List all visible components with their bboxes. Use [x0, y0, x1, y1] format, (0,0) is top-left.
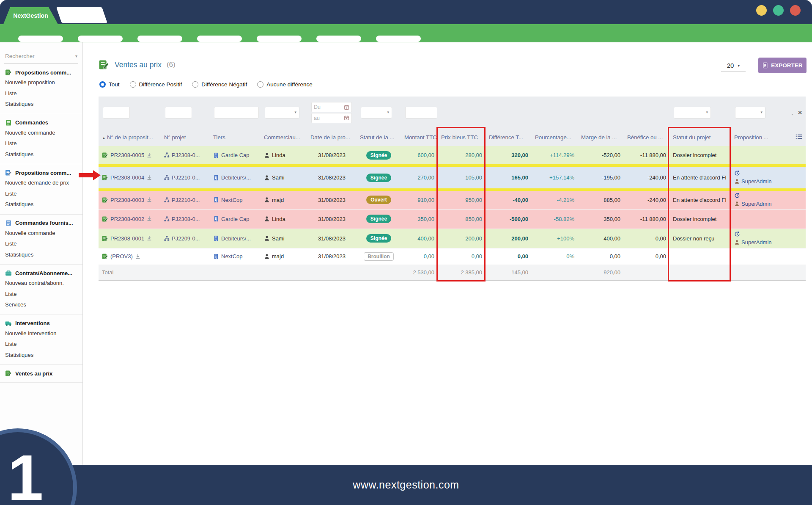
tiers-link[interactable]: NextCop [221, 253, 243, 259]
download-icon[interactable] [146, 216, 152, 222]
filter-select-commercial[interactable]: ▾ [265, 107, 299, 119]
window-dot-red[interactable] [790, 5, 801, 16]
nav-pill[interactable] [137, 36, 182, 42]
filter-input-num[interactable] [103, 107, 130, 119]
table-row[interactable]: PR2308-0004PJ2210-0...Debiteurs/...Sami3… [99, 166, 806, 190]
sidebar-section-header-5[interactable]: Interventions [0, 319, 82, 328]
nav-pill[interactable] [197, 36, 242, 42]
sidebar-item[interactable]: Statistiques [0, 99, 82, 110]
table-row[interactable]: PR2308-0002PJ2308-0...Gardie CapLinda31/… [99, 209, 806, 229]
table-row[interactable]: PR2308-0005PJ2308-0...Gardie CapLinda31/… [99, 146, 806, 166]
radio-unselected-icon[interactable] [130, 81, 136, 88]
nav-pill[interactable] [316, 36, 361, 42]
user-link[interactable]: SuperAdmin [741, 200, 772, 207]
proposition-number-link[interactable]: PR2308-0004 [110, 174, 144, 181]
history-icon[interactable] [734, 170, 740, 176]
filter-input-tiers[interactable] [214, 107, 259, 119]
column-header-date[interactable]: Date de la pro... [307, 129, 357, 146]
proposition-number-link[interactable]: (PROV3) [110, 253, 133, 259]
download-icon[interactable] [146, 152, 152, 158]
sidebar-section-header-0[interactable]: Propositions comm... [0, 68, 82, 77]
sidebar-item[interactable]: Liste [0, 289, 82, 300]
secondary-tab[interactable] [56, 7, 107, 23]
filter-select-proposition[interactable]: ▾ [735, 107, 765, 119]
export-button[interactable]: EXPORTER [758, 58, 807, 73]
search-icon[interactable] [792, 108, 793, 116]
sidebar-item[interactable]: Statistiques [0, 350, 82, 361]
radio-option-2[interactable]: Différence Négatif [192, 81, 247, 88]
history-icon[interactable] [734, 193, 740, 199]
proposition-number-link[interactable]: PR2308-0002 [110, 216, 144, 222]
apply-filter-search[interactable] [792, 108, 793, 117]
column-header-statut_projet[interactable]: Statut du projet [669, 129, 731, 146]
radio-option-0[interactable]: Tout [99, 81, 120, 88]
close-icon[interactable]: × [798, 110, 802, 116]
sidebar-item[interactable]: Nouvelle commande [0, 228, 82, 239]
history-button[interactable] [734, 170, 788, 178]
filter-input-montant[interactable] [405, 107, 437, 119]
download-icon[interactable] [146, 235, 152, 241]
user-link[interactable]: SuperAdmin [741, 239, 772, 246]
sidebar-item[interactable]: Statistiques [0, 199, 82, 210]
tiers-link[interactable]: Gardie Cap [221, 216, 249, 222]
sidebar-item[interactable]: Services [0, 299, 82, 310]
listicon-icon[interactable] [796, 133, 802, 140]
sidebar-section-header-2[interactable]: Propositions comm... [0, 168, 82, 177]
tiers-link[interactable]: Gardie Cap [221, 152, 249, 158]
window-dot-green[interactable] [773, 5, 784, 16]
table-row[interactable]: PR2308-0003PJ2210-0...NextCopmajd31/08/2… [99, 190, 806, 209]
history-button[interactable] [734, 231, 788, 239]
sidebar-item[interactable]: Statistiques [0, 149, 82, 160]
download-icon[interactable] [146, 197, 152, 203]
history-button[interactable] [734, 193, 788, 200]
radio-selected-icon[interactable] [99, 81, 106, 88]
sidebar-item[interactable]: Liste [0, 339, 82, 350]
project-link[interactable]: PJ2308-0... [172, 152, 200, 158]
download-icon[interactable] [135, 254, 141, 259]
sidebar-section-header-3[interactable]: Commandes fournis... [0, 218, 82, 228]
nav-pill[interactable] [376, 36, 421, 42]
project-link[interactable]: PJ2308-0... [172, 216, 200, 222]
radio-unselected-icon[interactable] [192, 81, 198, 88]
filter-date-from[interactable]: Du [311, 102, 352, 112]
page-size-select[interactable]: 20 ▾ [721, 62, 746, 72]
table-row[interactable]: (PROV3)NextCopmajd31/08/2023Brouillon0,0… [99, 248, 806, 265]
column-header-proposition[interactable]: Proposition ... [731, 129, 792, 146]
sidebar-item[interactable]: Liste [0, 138, 82, 149]
radio-option-1[interactable]: Différence Positif [130, 81, 182, 88]
sidebar-item[interactable]: Liste [0, 88, 82, 99]
nav-pill[interactable] [18, 36, 63, 42]
sidebar-item[interactable]: Nouvelle intervention [0, 328, 82, 339]
filter-select-statut_projet[interactable]: ▾ [674, 107, 711, 119]
tiers-link[interactable]: Debiteurs/... [221, 174, 251, 181]
search-input[interactable]: Rechercher ▾ [4, 49, 78, 64]
brand-tab[interactable]: NextGestion [3, 7, 58, 24]
nav-pill[interactable] [257, 36, 302, 42]
window-dot-yellow[interactable] [756, 5, 767, 16]
sidebar-item[interactable]: Liste [0, 188, 82, 199]
history-icon[interactable] [734, 231, 740, 237]
nav-pill[interactable] [78, 36, 123, 42]
column-header-marge[interactable]: Marge de la ... [578, 129, 624, 146]
tiers-link[interactable]: NextCop [221, 197, 243, 203]
table-row[interactable]: PR2308-0001PJ2209-0...Debiteurs/...Sami3… [99, 229, 806, 248]
column-header-commercial[interactable]: Commerciau... [261, 129, 307, 146]
filter-select-statut[interactable]: ▾ [361, 107, 392, 119]
sidebar-item[interactable]: Statistiques [0, 249, 82, 260]
sidebar-item[interactable]: Nouveau contrat/abonn. [0, 278, 82, 289]
sidebar-item[interactable]: Nouvelle commande [0, 127, 82, 138]
filter-input-projet[interactable] [165, 107, 192, 119]
radio-unselected-icon[interactable] [257, 81, 263, 88]
user-link[interactable]: SuperAdmin [741, 178, 772, 185]
sidebar-item[interactable]: Liste [0, 238, 82, 249]
column-header-num[interactable]: ▲N° de la proposit... [99, 129, 161, 146]
sidebar-item[interactable]: Nouvelle demande de prix [0, 177, 82, 188]
column-settings-button[interactable] [796, 135, 802, 141]
sidebar-section-header-1[interactable]: Commandes [0, 118, 82, 127]
column-header-pourcentage[interactable]: Pourcentage... [532, 129, 578, 146]
filter-date-to[interactable]: au [311, 113, 352, 123]
tiers-link[interactable]: Debiteurs/... [221, 235, 251, 242]
proposition-number-link[interactable]: PR2308-0005 [110, 152, 144, 158]
column-header-montant[interactable]: Montant TTC [401, 129, 438, 146]
sidebar-section-header-4[interactable]: Contrats/Abonneme... [0, 268, 82, 278]
